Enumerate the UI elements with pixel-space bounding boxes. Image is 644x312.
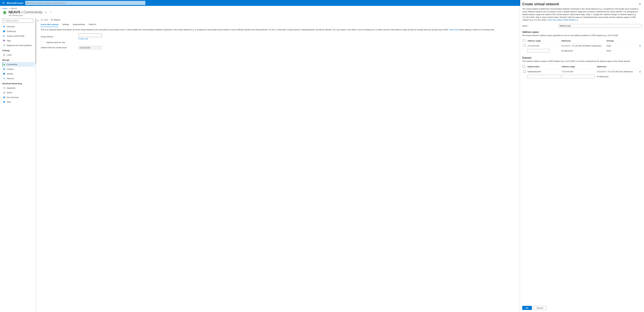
subnet-select-all-checkbox[interactable] [523,65,525,68]
addr-cloud-label: Address block for private cloud [41,47,78,49]
address-row-checkbox[interactable] [524,44,526,47]
delete-address-button[interactable] [639,45,641,47]
svg-point-9 [4,20,5,21]
pin-button[interactable] [44,11,48,14]
name-input[interactable] [559,24,642,28]
svg-point-0 [27,2,28,3]
svg-rect-29 [3,97,5,98]
svg-point-14 [4,35,5,36]
identity-icon [3,73,5,75]
subnet-addresses-value: 172.24.0.4 - 172.24.0.254 (251 addresses… [596,69,638,74]
breadcrumb-current: NEAVS [11,7,17,10]
addr-cloud-value: 10.10.0.0/16 [78,46,102,49]
sidebar-item-overview[interactable]: Overview [2,24,35,29]
subnet-range-input[interactable] [562,75,594,78]
sidebar-item-port-mirroring[interactable]: Port mirroring [2,95,35,100]
sidebar-item-label: Identity [7,73,13,75]
blade-learn-more-link[interactable]: Learn more about virtual networks [547,19,578,21]
save-button[interactable]: Save [41,19,48,21]
sidebar-item-identity[interactable]: Identity [2,71,35,76]
page-title: NEAVS | Connectivity [8,10,42,14]
sidebar-item-activity-log[interactable]: Activity log [2,29,35,34]
sidebar-item-access-control-iam-[interactable]: Access control (IAM) [2,34,35,38]
address-select-all-checkbox[interactable] [523,39,525,42]
svg-point-8 [51,12,52,13]
address-range-input[interactable] [528,49,550,53]
subnet-row: (0 Addresses) [522,74,642,79]
lock-icon [3,54,5,56]
sidebar-item-diagnose-and-solve-problems[interactable]: Diagnose and solve problems [2,43,35,48]
col-overlap: Overlap [606,38,638,44]
clusters-icon [3,68,5,70]
tag-icon [3,39,5,42]
svg-point-23 [3,88,4,88]
search-icon [26,2,28,4]
sidebar-item-label: Diagnose and solve problems [7,44,32,47]
close-icon [639,3,641,5]
tab-expressroute[interactable]: ExpressRoute [73,23,85,27]
discard-button[interactable]: Discard [533,306,546,310]
refresh-button[interactable]: Refresh [51,19,60,21]
sidebar-item-label: Add-ons [7,77,14,80]
subnet-name-value: GatewaySubnet [528,71,541,73]
subnets-heading: Subnets [522,57,642,59]
sidebar-search-input[interactable] [6,20,32,22]
global-search-input[interactable] [30,2,144,4]
address-range-value: 172.24.0.0/16 [528,45,539,47]
sidebar-item-clusters[interactable]: Clusters [2,67,35,71]
address-space-sub: The virtual network's address space spec… [522,34,642,37]
breadcrumb-home[interactable]: Home [2,7,8,10]
svg-point-13 [4,35,4,36]
refresh-icon [51,19,53,21]
sidebar-item-add-ons[interactable]: Add-ons [2,76,35,81]
tab-azure-vnet-connect[interactable]: Azure vNet connect [41,23,58,27]
sidebar-section-settings: Settings [2,49,35,52]
svg-rect-16 [3,55,5,56]
subnets-table: Subnet name Address range Addresses Gate… [522,64,642,79]
sidebar-item-dhcp[interactable]: DHCP [2,90,35,95]
hamburger-menu[interactable] [1,1,6,6]
pin-icon [45,11,47,13]
ok-button[interactable]: OK [522,306,532,310]
sidebar-item-connectivity[interactable]: Connectivity [2,62,35,67]
address-space-table: Address range Addresses Overlap 172.24.0… [522,38,642,53]
subnet-addresses-value: (0 Addresses) [596,74,638,79]
col-addresses: Addresses [560,38,606,44]
learn-more-link[interactable]: Learn more [449,29,458,31]
delete-subnet-button[interactable] [639,71,641,73]
sidebar-item-dns[interactable]: DNSDNS [2,100,35,104]
subnet-row-checkbox[interactable] [524,70,526,73]
tab-settings[interactable]: Settings [62,23,69,27]
addresses-value: 172.24.0.4 - 172.24.255.254 (65531 addre… [560,44,606,48]
sidebar-item-label: Port mirroring [7,96,18,98]
svg-point-7 [50,12,51,13]
address-row: (0 Addresses)None [522,48,642,53]
subnet-name-input[interactable] [528,75,560,78]
svg-text:DNS: DNS [3,102,5,103]
sidebar-item-tags[interactable]: Tags [2,38,35,43]
svg-rect-28 [4,92,5,93]
globe-icon [3,25,5,28]
addr-vnet-label: Address block for vnet [46,41,78,44]
save-icon [41,19,43,21]
hamburger-icon [2,2,4,4]
sidebar-item-segments[interactable]: Segments [2,86,35,90]
col-subnet-range: Address range [561,64,596,69]
sidebar-item-label: Access control (IAM) [7,35,24,37]
address-row: 172.24.0.0/16172.24.0.4 - 172.24.255.254… [522,44,642,48]
global-search[interactable] [25,1,145,5]
wrench-icon [3,44,5,47]
tab-public-ip[interactable]: Public IP [89,23,96,27]
addresses-value: (0 Addresses) [560,48,606,53]
create-new-link[interactable]: Create new [78,38,88,40]
svg-point-22 [3,73,4,74]
blade-close-button[interactable] [638,2,642,6]
svg-rect-27 [4,93,4,93]
vnet-input[interactable] [78,34,102,37]
sidebar-scrollbar-thumb[interactable] [35,19,36,64]
more-button[interactable] [49,11,52,14]
sidebar-search[interactable] [2,19,33,23]
delete-icon [639,71,641,73]
sidebar-item-locks[interactable]: Locks [2,53,35,57]
svg-rect-26 [3,93,4,93]
